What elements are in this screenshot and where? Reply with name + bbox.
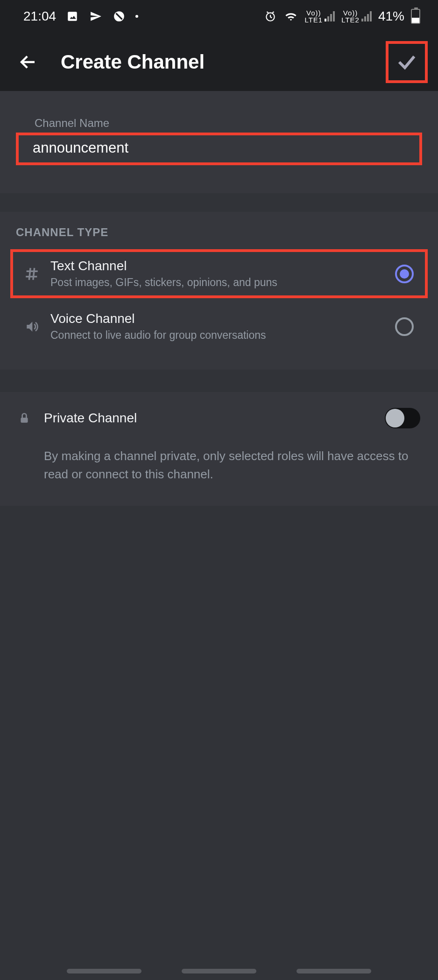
android-nav-bar xyxy=(0,969,438,973)
image-icon xyxy=(65,9,79,23)
lte1-label: Vo)) LTE1 xyxy=(304,9,323,23)
nav-back[interactable] xyxy=(297,969,371,973)
private-channel-section: Private Channel By making a channel priv… xyxy=(0,392,438,506)
channel-name-input[interactable] xyxy=(33,140,405,156)
battery-icon xyxy=(411,9,420,24)
private-channel-label: Private Channel xyxy=(44,411,385,426)
status-dot xyxy=(135,15,138,18)
voice-channel-title: Voice Channel xyxy=(50,311,386,326)
private-channel-toggle[interactable] xyxy=(385,408,420,428)
svg-rect-0 xyxy=(68,12,77,21)
battery-percent: 41% xyxy=(378,9,404,24)
channel-name-label: Channel Name xyxy=(35,117,422,130)
private-channel-description: By making a channel private, only select… xyxy=(16,447,422,483)
channel-type-voice[interactable]: Voice Channel Connect to live audio for … xyxy=(22,311,416,342)
send-icon xyxy=(89,9,103,23)
android-status-bar: 21:04 Vo)) LTE1 xyxy=(0,0,438,33)
wifi-icon xyxy=(284,9,298,23)
channel-type-header: CHANNEL TYPE xyxy=(10,226,428,249)
voice-channel-subtitle: Connect to live audio for group conversa… xyxy=(50,329,386,342)
alarm-icon xyxy=(263,9,277,23)
text-channel-subtitle: Post images, GIFs, stickers, opinions, a… xyxy=(50,276,386,289)
app-header: Create Channel xyxy=(0,33,438,91)
channel-type-text[interactable]: Text Channel Post images, GIFs, stickers… xyxy=(22,259,416,289)
status-time: 21:04 xyxy=(23,9,56,24)
lock-icon xyxy=(16,412,33,424)
lte2-label: Vo)) LTE2 xyxy=(341,9,360,23)
channel-type-section: CHANNEL TYPE Text Channel Post images, G… xyxy=(0,212,438,370)
back-button[interactable] xyxy=(14,48,42,76)
signal-2-icon xyxy=(361,11,372,21)
signal-1-icon xyxy=(325,11,335,21)
nav-home[interactable] xyxy=(182,969,256,973)
confirm-button[interactable] xyxy=(393,48,421,76)
page-title: Create Channel xyxy=(61,51,386,73)
voice-channel-radio[interactable] xyxy=(395,317,414,336)
svg-rect-3 xyxy=(21,418,28,423)
speaker-icon xyxy=(22,319,41,334)
nav-recents[interactable] xyxy=(67,969,141,973)
text-channel-radio[interactable] xyxy=(395,265,414,283)
channel-name-section: Channel Name xyxy=(0,91,438,193)
notification-blocked-icon xyxy=(112,9,126,23)
hash-icon xyxy=(22,266,41,282)
text-channel-title: Text Channel xyxy=(50,259,386,273)
